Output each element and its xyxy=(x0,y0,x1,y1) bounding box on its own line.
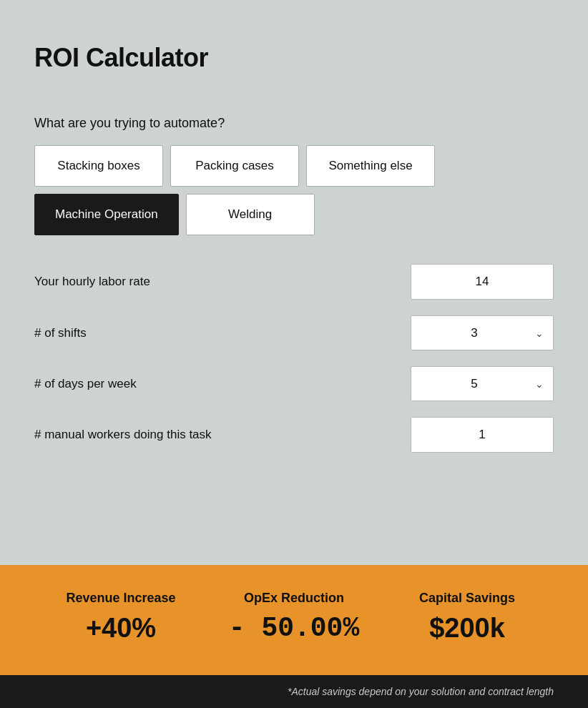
labor-rate-input[interactable] xyxy=(411,264,554,300)
shifts-label: # of shifts xyxy=(34,326,87,340)
labor-rate-label: Your hourly labor rate xyxy=(34,275,150,289)
capital-savings-value: $200k xyxy=(381,613,554,644)
calculator-form: Your hourly labor rate # of shifts 1 2 3… xyxy=(34,264,554,453)
btn-welding[interactable]: Welding xyxy=(186,194,315,235)
main-content: ROI Calculator What are you trying to au… xyxy=(0,0,588,565)
disclaimer-bar: *Actual savings depend on your solution … xyxy=(0,675,588,708)
btn-stacking-boxes[interactable]: Stacking boxes xyxy=(34,145,163,187)
results-grid: Revenue Increase +40% OpEx Reduction - 5… xyxy=(34,591,554,644)
workers-input[interactable] xyxy=(411,417,554,453)
days-row: # of days per week 1 2 3 4 5 6 7 ⌄ xyxy=(34,366,554,401)
btn-something-else[interactable]: Something else xyxy=(306,145,435,187)
btn-packing-cases[interactable]: Packing cases xyxy=(170,145,299,187)
days-label: # of days per week xyxy=(34,377,137,391)
shifts-row: # of shifts 1 2 3 4 ⌄ xyxy=(34,315,554,350)
labor-rate-row: Your hourly labor rate xyxy=(34,264,554,300)
disclaimer-text: *Actual savings depend on your solution … xyxy=(288,686,554,697)
days-select[interactable]: 1 2 3 4 5 6 7 xyxy=(411,366,554,401)
opex-reduction-item: OpEx Reduction - 50.00% xyxy=(207,591,381,644)
opex-reduction-label: OpEx Reduction xyxy=(207,591,381,606)
revenue-increase-label: Revenue Increase xyxy=(34,591,207,606)
btn-machine-operation[interactable]: Machine Operation xyxy=(34,194,179,235)
automation-question: What are you trying to automate? xyxy=(34,116,554,131)
shifts-select[interactable]: 1 2 3 4 xyxy=(411,315,554,350)
automation-options-group: Stacking boxes Packing cases Something e… xyxy=(34,145,554,235)
page-title: ROI Calculator xyxy=(34,43,554,73)
workers-label: # manual workers doing this task xyxy=(34,428,212,442)
revenue-increase-value: +40% xyxy=(34,613,207,644)
revenue-increase-item: Revenue Increase +40% xyxy=(34,591,207,644)
days-select-wrapper: 1 2 3 4 5 6 7 ⌄ xyxy=(411,366,554,401)
capital-savings-label: Capital Savings xyxy=(381,591,554,606)
workers-row: # manual workers doing this task xyxy=(34,417,554,453)
opex-reduction-value: - 50.00% xyxy=(207,613,381,644)
capital-savings-item: Capital Savings $200k xyxy=(381,591,554,644)
shifts-select-wrapper: 1 2 3 4 ⌄ xyxy=(411,315,554,350)
results-section: Revenue Increase +40% OpEx Reduction - 5… xyxy=(0,565,588,675)
